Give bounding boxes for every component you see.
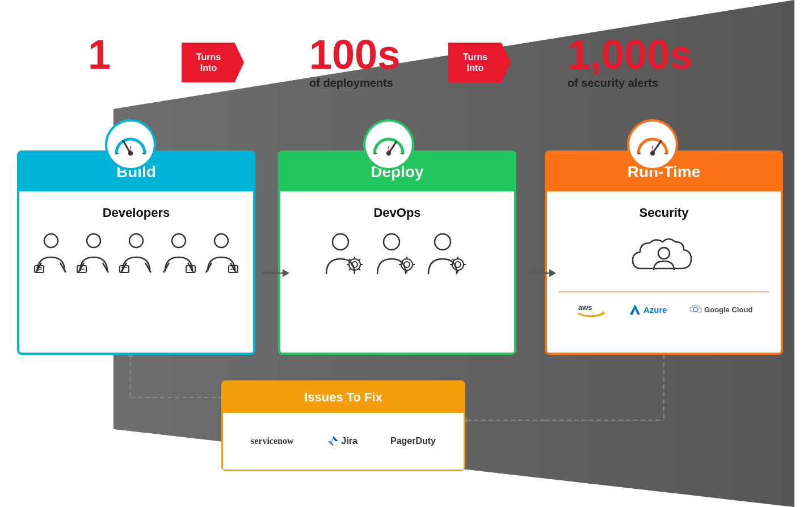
runtime-role: Security bbox=[558, 206, 769, 220]
svg-line-53 bbox=[359, 269, 360, 270]
svg-point-34 bbox=[172, 234, 186, 248]
arrow-1-text: Turns Into bbox=[196, 52, 221, 73]
issues-title: Issues To Fix bbox=[304, 390, 382, 404]
arrow-turns-into-1: Turns Into bbox=[182, 43, 244, 82]
connect-arrow-2 bbox=[528, 261, 556, 287]
number-one: 1 bbox=[88, 31, 111, 78]
svg-point-78 bbox=[693, 307, 698, 312]
developer-icon-4 bbox=[161, 232, 197, 277]
svg-point-29 bbox=[129, 234, 143, 248]
svg-text:!: ! bbox=[651, 145, 654, 153]
svg-line-70 bbox=[452, 259, 454, 261]
svg-marker-72 bbox=[549, 269, 556, 277]
arrow-2-text: Turns Into bbox=[463, 52, 487, 73]
svg-point-63 bbox=[435, 234, 451, 250]
cloud-logos-row: aws Azure Google Cl bbox=[558, 301, 769, 318]
google-cloud-logo: Google Cloud bbox=[689, 304, 752, 315]
devops-icon-1 bbox=[323, 232, 369, 283]
subtitle-1000s: of security alerts bbox=[567, 77, 658, 90]
pagerduty-text: PagerDuty bbox=[390, 436, 436, 446]
issues-box: Issues To Fix servicenow Jira PagerDuty bbox=[221, 380, 465, 471]
card-runtime: Run-Time Security bbox=[545, 150, 783, 355]
developer-icon-2 bbox=[75, 232, 112, 277]
svg-line-55 bbox=[349, 269, 351, 270]
arrow-turns-into-2: Turns Into bbox=[448, 43, 511, 82]
azure-text: Azure bbox=[643, 305, 667, 315]
svg-point-65 bbox=[455, 262, 461, 267]
devops-icon-3 bbox=[426, 232, 471, 283]
issues-header: Issues To Fix bbox=[223, 382, 464, 413]
svg-point-73 bbox=[658, 248, 670, 259]
jira-logo: Jira bbox=[327, 435, 357, 447]
pagerduty-logo: PagerDuty bbox=[390, 436, 436, 446]
number-1000s: 1,000s bbox=[567, 31, 692, 78]
build-body: Developers bbox=[19, 191, 253, 349]
svg-point-24 bbox=[87, 234, 100, 248]
svg-text:aws: aws bbox=[578, 303, 592, 312]
deploy-role: DevOps bbox=[292, 206, 503, 220]
build-role: Developers bbox=[31, 206, 242, 220]
card-build: Build Developers bbox=[17, 150, 255, 355]
svg-line-54 bbox=[359, 259, 360, 261]
azure-logo: Azure bbox=[629, 303, 667, 316]
devops-row bbox=[292, 232, 503, 283]
servicenow-logo: servicenow bbox=[251, 436, 294, 446]
developer-icon-3 bbox=[118, 232, 155, 277]
number-100s: 100s bbox=[309, 31, 400, 78]
main-container: 1 Turns Into 100s of deployments Turns I… bbox=[0, 0, 812, 507]
card-deploy: Deploy DevOps bbox=[278, 150, 516, 355]
developer-icon-5 bbox=[203, 232, 240, 277]
svg-point-45 bbox=[333, 234, 348, 250]
runtime-body: Security bbox=[547, 191, 781, 349]
google-cloud-text: Google Cloud bbox=[704, 305, 752, 314]
jira-text: Jira bbox=[342, 436, 357, 446]
devops-icon-2 bbox=[375, 232, 420, 283]
deploy-body: DevOps bbox=[280, 191, 514, 349]
issues-body: servicenow Jira PagerDuty bbox=[223, 413, 464, 470]
gauge-build: ! bbox=[105, 119, 156, 170]
svg-marker-76 bbox=[630, 304, 640, 315]
svg-marker-44 bbox=[283, 269, 289, 277]
svg-point-58 bbox=[404, 262, 410, 267]
security-cloud-icon bbox=[630, 232, 698, 283]
svg-point-56 bbox=[384, 234, 399, 250]
gauge-runtime: ! bbox=[627, 119, 678, 170]
security-icon-area bbox=[558, 232, 769, 283]
connect-arrow-1 bbox=[261, 261, 289, 287]
gauge-deploy: ! bbox=[363, 119, 414, 170]
developers-row bbox=[31, 232, 242, 277]
svg-text:!: ! bbox=[388, 145, 390, 153]
subtitle-100s: of deployments bbox=[309, 77, 393, 90]
svg-point-38 bbox=[214, 234, 228, 248]
aws-logo: aws bbox=[575, 301, 607, 318]
developer-icon-1 bbox=[33, 232, 70, 277]
svg-text:!: ! bbox=[129, 145, 132, 153]
servicenow-text: servicenow bbox=[251, 436, 294, 446]
svg-point-18 bbox=[44, 234, 58, 248]
cloud-divider bbox=[558, 291, 769, 292]
